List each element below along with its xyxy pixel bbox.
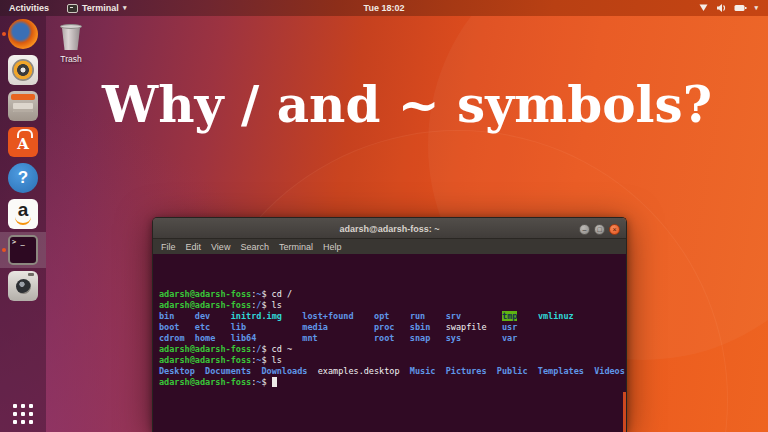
terminal-text [435, 366, 445, 376]
battery-icon[interactable] [734, 3, 747, 13]
menu-view[interactable]: View [206, 242, 235, 252]
terminal-text [179, 322, 194, 332]
close-button[interactable]: × [609, 224, 620, 235]
dock-item-rhythmbox[interactable] [0, 52, 46, 88]
terminal-text [246, 322, 302, 332]
terminal-line: adarsh@adarsh-foss:/$ cd ~ [159, 344, 626, 355]
caret-down-icon[interactable]: ▾ [754, 4, 758, 12]
clock[interactable]: Tue 18:02 [364, 0, 405, 16]
top-bar-left: Activities Terminal ▾ [0, 0, 135, 16]
terminal-text: etc [195, 322, 210, 332]
terminal-text [328, 322, 374, 332]
menu-terminal[interactable]: Terminal [274, 242, 318, 252]
terminal-text: examples.desktop [307, 366, 409, 376]
rhythmbox-icon [8, 55, 38, 85]
terminal-text [210, 311, 230, 321]
dock-item-screenshot[interactable] [0, 268, 46, 304]
trash-desktop-icon[interactable]: Trash [52, 24, 90, 64]
terminal-text: bin [159, 311, 174, 321]
running-indicator [2, 32, 6, 36]
terminal-line: adarsh@adarsh-foss:~$ cd / [159, 289, 626, 300]
terminal-text: initrd.img [231, 311, 282, 321]
terminal-text [528, 366, 538, 376]
terminal-text: $ cd ~ [261, 344, 292, 354]
terminal-text [389, 311, 409, 321]
terminal-text [584, 366, 594, 376]
terminal-text: sys [446, 333, 461, 343]
screenshot-icon [8, 271, 38, 301]
terminal-text: Templates [538, 366, 584, 376]
terminal-text: adarsh@adarsh-foss [159, 355, 251, 365]
volume-icon[interactable] [716, 3, 727, 13]
menu-help[interactable]: Help [318, 242, 347, 252]
terminal-line: boot etc lib media proc sbin swapfile us… [159, 322, 626, 333]
network-icon[interactable] [698, 3, 709, 13]
dock-item-ubuntu-software[interactable] [0, 124, 46, 160]
terminal-text [215, 333, 230, 343]
menu-file[interactable]: File [156, 242, 181, 252]
minimize-button[interactable]: – [579, 224, 590, 235]
menu-search[interactable]: Search [235, 242, 274, 252]
terminal-text: Music [410, 366, 436, 376]
dock-item-firefox[interactable] [0, 16, 46, 52]
terminal-menubar: FileEditViewSearchTerminalHelp [153, 239, 626, 254]
terminal-text: dev [195, 311, 210, 321]
terminal-text: adarsh@adarsh-foss [159, 289, 251, 299]
terminal-text: opt [374, 311, 389, 321]
terminal-text: run [410, 311, 425, 321]
terminal-output[interactable]: adarsh@adarsh-foss:~$ cd /adarsh@adarsh-… [153, 254, 626, 432]
dock-item-files[interactable] [0, 88, 46, 124]
terminal-text: swapfile [430, 322, 502, 332]
amazon-icon [8, 199, 38, 229]
terminal-text: Public [497, 366, 528, 376]
terminal-text: $ cd / [261, 289, 292, 299]
dock-item-terminal[interactable] [0, 232, 46, 268]
terminal-text [282, 311, 302, 321]
terminal-line: Desktop Documents Downloads examples.des… [159, 366, 626, 377]
app-menu[interactable]: Terminal ▾ [58, 0, 135, 16]
top-bar: Activities Terminal ▾ Tue 18:02 ▾ [0, 0, 768, 16]
terminal-line: bin dev initrd.img lost+found opt run sr… [159, 311, 626, 322]
show-applications-button[interactable] [13, 404, 33, 424]
ubuntu-software-icon [8, 127, 38, 157]
help-icon [8, 163, 38, 193]
terminal-text: Pictures [446, 366, 487, 376]
dock-item-help[interactable] [0, 160, 46, 196]
firefox-icon [8, 19, 38, 49]
terminal-window: adarsh@adarsh-foss: ~ –□× FileEditViewSe… [152, 217, 627, 432]
dock-item-amazon[interactable] [0, 196, 46, 232]
activities-button[interactable]: Activities [0, 0, 58, 16]
terminal-text: adarsh@adarsh-foss [159, 344, 251, 354]
terminal-text: Videos [594, 366, 625, 376]
app-menu-label: Terminal [82, 3, 119, 13]
dock [0, 16, 46, 432]
terminal-text: tmp [502, 311, 517, 321]
terminal-text [354, 311, 374, 321]
terminal-scrollbar[interactable] [623, 392, 626, 432]
terminal-line: adarsh@adarsh-foss:/$ ls [159, 300, 626, 311]
terminal-text: sbin [410, 322, 430, 332]
trash-icon [59, 24, 83, 52]
terminal-mini-icon [67, 4, 78, 13]
terminal-line: cdrom home lib64 mnt root snap sys var [159, 333, 626, 344]
terminal-text [256, 333, 302, 343]
terminal-line: adarsh@adarsh-foss:~$ ls [159, 355, 626, 366]
maximize-button[interactable]: □ [594, 224, 605, 235]
terminal-titlebar[interactable]: adarsh@adarsh-foss: ~ –□× [153, 218, 626, 239]
terminal-text [394, 322, 409, 332]
terminal-text: vmlinuz [538, 311, 574, 321]
terminal-text: lib64 [231, 333, 257, 343]
terminal-text [210, 322, 230, 332]
terminal-text [461, 311, 502, 321]
terminal-text: home [195, 333, 215, 343]
system-tray: ▾ [688, 0, 768, 16]
running-indicator [2, 248, 6, 252]
trash-label: Trash [52, 54, 90, 64]
window-title: adarsh@adarsh-foss: ~ [339, 224, 439, 234]
terminal-text [517, 311, 537, 321]
menu-edit[interactable]: Edit [181, 242, 207, 252]
terminal-text: root [374, 333, 394, 343]
terminal-text: $ ls [261, 300, 281, 310]
terminal-text [185, 333, 195, 343]
terminal-text [461, 333, 502, 343]
